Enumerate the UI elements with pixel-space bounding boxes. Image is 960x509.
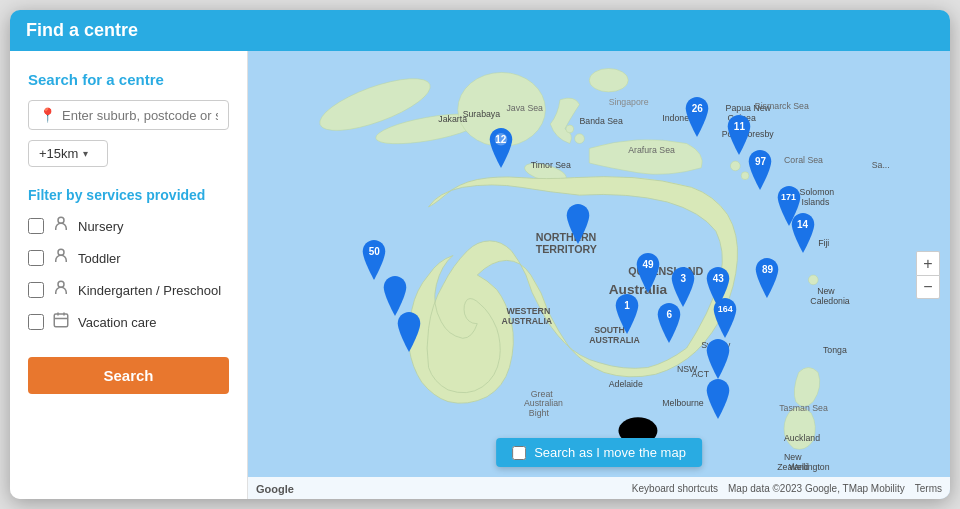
svg-text:Singapore: Singapore — [609, 97, 649, 107]
svg-text:Adelaide: Adelaide — [609, 379, 643, 389]
map-pin-49[interactable]: 49 — [632, 253, 664, 297]
svg-text:Bismarck Sea: Bismarck Sea — [755, 101, 809, 111]
svg-point-15 — [566, 125, 574, 133]
terms-link[interactable]: Terms — [915, 483, 942, 494]
toddler-icon — [52, 247, 70, 269]
distance-dropdown[interactable]: +5km +10km +15km +20km +50km ▾ — [28, 140, 108, 167]
svg-rect-3 — [54, 314, 68, 327]
svg-point-0 — [58, 217, 64, 223]
filter-item-vacation: Vacation care — [28, 311, 229, 333]
map-pin-89[interactable]: 89 — [751, 258, 783, 302]
svg-text:New: New — [784, 452, 802, 462]
svg-text:Timor Sea: Timor Sea — [531, 160, 571, 170]
svg-text:Banda Sea: Banda Sea — [580, 116, 623, 126]
kindergarten-checkbox[interactable] — [28, 282, 44, 298]
zoom-out-button[interactable]: − — [916, 275, 940, 299]
filter-section-title: Filter by services provided — [28, 187, 229, 203]
search-input-wrap: 📍 — [28, 100, 229, 130]
map-pin-melbourne[interactable] — [702, 339, 734, 383]
main-content: Search for a centre 📍 +5km +10km +15km +… — [10, 51, 950, 499]
svg-text:Sa...: Sa... — [872, 160, 890, 170]
svg-text:Caledonia: Caledonia — [810, 296, 850, 306]
svg-text:WESTERN: WESTERN — [506, 306, 550, 316]
map-pin-nt[interactable] — [562, 204, 594, 248]
svg-text:Great: Great — [531, 389, 553, 399]
pin-label: 97 — [755, 156, 766, 167]
svg-text:Islands: Islands — [802, 197, 830, 207]
svg-point-14 — [575, 134, 585, 144]
svg-text:Auckland: Auckland — [784, 433, 820, 443]
kindergarten-icon — [52, 279, 70, 301]
pin-label: 6 — [666, 309, 672, 320]
svg-point-17 — [808, 275, 818, 285]
chevron-down-icon: ▾ — [83, 148, 88, 159]
nursery-label[interactable]: Nursery — [78, 219, 124, 234]
search-move-wrap: Search as I move the map — [496, 438, 702, 467]
map-pin-tasmania[interactable] — [702, 379, 734, 423]
svg-text:Java Sea: Java Sea — [506, 103, 543, 113]
filter-list: Nursery Toddler — [28, 215, 229, 333]
svg-text:New: New — [817, 286, 835, 296]
map-pin-14[interactable]: 14 — [787, 213, 819, 257]
filter-item-nursery: Nursery — [28, 215, 229, 237]
pin-label: 171 — [781, 192, 796, 202]
app-title: Find a centre — [26, 20, 138, 40]
svg-text:Australian: Australian — [524, 398, 563, 408]
toddler-checkbox[interactable] — [28, 250, 44, 266]
svg-text:Bight: Bight — [529, 408, 550, 418]
search-button[interactable]: Search — [28, 357, 229, 394]
svg-point-12 — [730, 161, 740, 171]
map-zoom-controls: + − — [916, 251, 940, 299]
map-pin-wa2[interactable] — [393, 312, 425, 356]
vacation-checkbox[interactable] — [28, 314, 44, 330]
pin-label: 14 — [797, 219, 808, 230]
svg-text:Solomon: Solomon — [800, 187, 835, 197]
svg-text:Zealand: Zealand — [777, 462, 809, 472]
keyboard-shortcuts[interactable]: Keyboard shortcuts — [632, 483, 718, 494]
map-pin-12[interactable]: 12 — [485, 128, 517, 172]
pin-label: 12 — [495, 134, 506, 145]
nursery-checkbox[interactable] — [28, 218, 44, 234]
search-input[interactable] — [62, 108, 218, 123]
pin-label: 49 — [643, 259, 654, 270]
nursery-icon — [52, 215, 70, 237]
pin-label: 11 — [734, 121, 745, 132]
pin-label: 164 — [718, 304, 733, 314]
filter-item-toddler: Toddler — [28, 247, 229, 269]
svg-text:Fiji: Fiji — [818, 238, 829, 248]
svg-text:Melbourne: Melbourne — [662, 398, 703, 408]
app-window: Find a centre Search for a centre 📍 +5km… — [10, 10, 950, 499]
map-pin-164[interactable]: 164 — [709, 298, 741, 342]
vacation-label[interactable]: Vacation care — [78, 315, 157, 330]
map-pin-1[interactable]: 1 — [611, 294, 643, 338]
pin-label: 1 — [624, 300, 630, 311]
svg-point-10 — [589, 69, 628, 92]
sidebar: Search for a centre 📍 +5km +10km +15km +… — [10, 51, 248, 499]
vacation-icon — [52, 311, 70, 333]
toddler-label[interactable]: Toddler — [78, 251, 121, 266]
location-icon: 📍 — [39, 107, 56, 123]
map-pin-26[interactable]: 26 — [681, 97, 713, 141]
pin-label: 3 — [680, 273, 686, 284]
svg-text:Tonga: Tonga — [823, 345, 847, 355]
search-move-label: Search as I move the map — [534, 445, 686, 460]
pin-label: 43 — [713, 273, 724, 284]
search-move-checkbox[interactable] — [512, 446, 526, 460]
filter-item-kindergarten: Kindergarten / Preschool — [28, 279, 229, 301]
kindergarten-label[interactable]: Kindergarten / Preschool — [78, 283, 221, 298]
pin-label: 89 — [762, 264, 773, 275]
zoom-in-button[interactable]: + — [916, 251, 940, 275]
distance-select[interactable]: +5km +10km +15km +20km +50km — [39, 146, 79, 161]
svg-text:Surabaya: Surabaya — [463, 109, 501, 119]
map-area[interactable]: Jakarta Surabaya Java Sea Banda Sea Sing… — [248, 51, 950, 499]
map-footer: Google Keyboard shortcuts Map data ©2023… — [248, 477, 950, 499]
search-section-title: Search for a centre — [28, 71, 229, 88]
pin-label: 26 — [692, 103, 703, 114]
svg-text:AUSTRALIA: AUSTRALIA — [502, 316, 553, 326]
google-watermark: Google — [256, 483, 294, 495]
svg-text:Coral Sea: Coral Sea — [784, 155, 823, 165]
map-svg: Jakarta Surabaya Java Sea Banda Sea Sing… — [248, 51, 950, 499]
svg-point-1 — [58, 249, 64, 255]
svg-text:Tasman Sea: Tasman Sea — [779, 403, 828, 413]
map-pin-6[interactable]: 6 — [653, 303, 685, 347]
